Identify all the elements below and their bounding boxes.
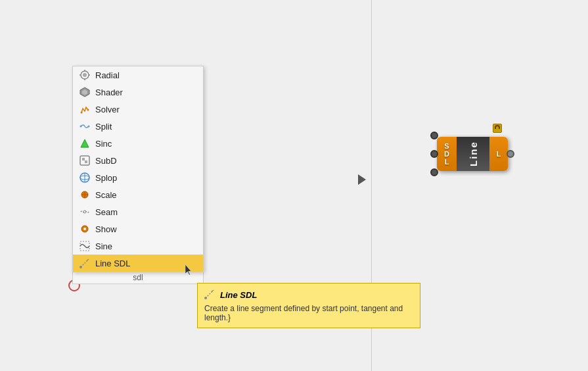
sine-icon bbox=[78, 239, 91, 253]
sdl-footer-label: sdl bbox=[72, 271, 204, 284]
node-label-l: L bbox=[445, 158, 449, 166]
menu-item-solver[interactable]: Solver bbox=[73, 101, 203, 118]
menu-item-linesdl[interactable]: Line SDL bbox=[73, 255, 203, 272]
seam-icon bbox=[78, 205, 91, 218]
node-label-l-out: L bbox=[497, 150, 501, 158]
tooltip-title: Line SDL bbox=[204, 289, 413, 301]
radial-icon bbox=[78, 68, 91, 82]
node-label-d: D bbox=[444, 150, 449, 158]
splop-icon bbox=[78, 171, 91, 184]
split-icon bbox=[78, 120, 91, 133]
shader-icon bbox=[78, 86, 91, 99]
sinc-icon bbox=[78, 137, 91, 150]
node-label-s: S bbox=[444, 142, 449, 150]
menu-item-subd[interactable]: SubD bbox=[73, 152, 203, 169]
menu-item-scale[interactable]: Scale bbox=[73, 186, 203, 203]
tooltip-title-text: Line SDL bbox=[220, 290, 257, 300]
node-lock-icon bbox=[493, 124, 502, 133]
menu-item-radial[interactable]: Radial bbox=[73, 66, 203, 84]
menu-item-sine-label: Sine bbox=[95, 241, 112, 251]
node-connector-s bbox=[430, 132, 438, 139]
tooltip-body-text: Create a line segment defined by start p… bbox=[204, 304, 413, 322]
show-icon bbox=[78, 222, 91, 235]
node-right-panel: L bbox=[489, 137, 508, 171]
svg-point-30 bbox=[204, 297, 207, 299]
node-left-panel: S D L bbox=[437, 137, 457, 171]
svg-point-10 bbox=[80, 126, 82, 128]
menu-item-show-label: Show bbox=[95, 224, 117, 234]
node-body[interactable]: S D L Line L bbox=[437, 137, 508, 171]
tooltip-box: Line SDL Create a line segment defined b… bbox=[197, 283, 420, 328]
scale-icon bbox=[78, 188, 91, 201]
menu-item-sinc[interactable]: Sinc bbox=[73, 135, 203, 152]
node-connector-out bbox=[507, 150, 514, 158]
menu-item-shader[interactable]: Shader bbox=[73, 84, 203, 101]
node-component: S D L Line L bbox=[430, 132, 514, 176]
menu-item-show[interactable]: Show bbox=[73, 220, 203, 237]
node-right-connectors bbox=[507, 150, 514, 158]
menu-item-seam[interactable]: Seam bbox=[73, 203, 203, 220]
linesdl-icon bbox=[78, 257, 91, 270]
solver-icon bbox=[78, 103, 91, 116]
menu-item-split-label: Split bbox=[95, 122, 112, 132]
node-center-panel: Line bbox=[457, 137, 489, 171]
menu-item-split[interactable]: Split bbox=[73, 118, 203, 135]
svg-rect-14 bbox=[82, 158, 85, 161]
menu-item-splop-label: Splop bbox=[95, 173, 117, 183]
menu-item-sine[interactable]: Sine bbox=[73, 237, 203, 255]
menu-item-solver-label: Solver bbox=[95, 105, 120, 114]
svg-point-9 bbox=[87, 109, 89, 111]
menu-item-splop[interactable]: Splop bbox=[73, 169, 203, 186]
node-connector-l-in bbox=[430, 168, 438, 176]
svg-point-11 bbox=[88, 126, 90, 128]
menu-item-linesdl-label: Line SDL bbox=[95, 259, 130, 268]
svg-point-22 bbox=[83, 210, 86, 213]
menu-item-sinc-label: Sinc bbox=[95, 139, 112, 149]
svg-point-1 bbox=[83, 73, 87, 77]
menu-item-shader-label: Shader bbox=[95, 87, 123, 97]
svg-rect-15 bbox=[85, 161, 87, 163]
tooltip-icon bbox=[204, 289, 216, 301]
menu-item-seam-label: Seam bbox=[95, 207, 118, 217]
dropdown-menu: Radial Shader Solver Sp bbox=[72, 66, 204, 272]
arrow-right-icon bbox=[358, 174, 366, 185]
svg-point-24 bbox=[83, 228, 86, 230]
menu-item-radial-label: Radial bbox=[95, 70, 120, 80]
menu-item-subd-label: SubD bbox=[95, 156, 117, 166]
svg-point-27 bbox=[79, 266, 82, 268]
svg-marker-12 bbox=[81, 139, 89, 147]
node-connector-d bbox=[430, 150, 438, 158]
subd-icon bbox=[78, 154, 91, 167]
menu-item-scale-label: Scale bbox=[95, 190, 117, 200]
svg-point-8 bbox=[81, 112, 83, 114]
node-left-connectors bbox=[430, 132, 438, 176]
node-title: Line bbox=[468, 141, 479, 167]
